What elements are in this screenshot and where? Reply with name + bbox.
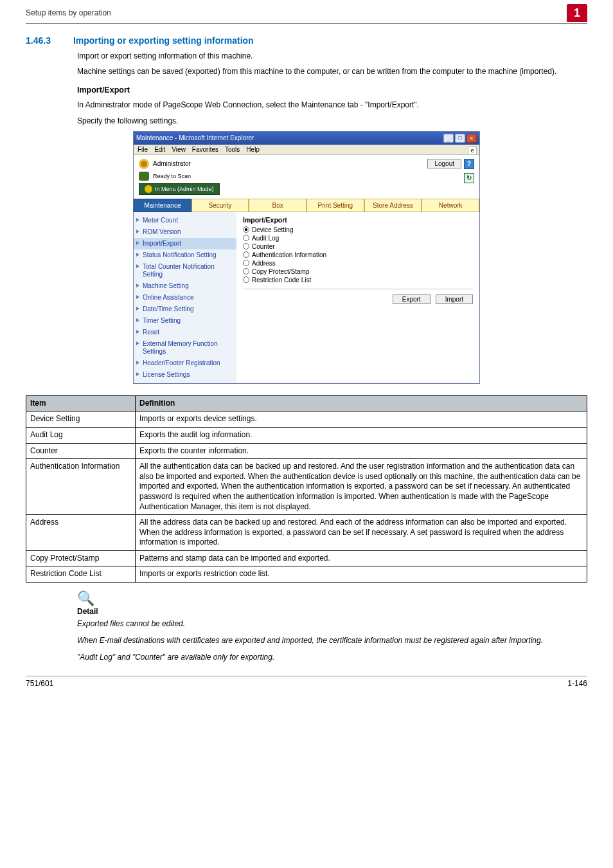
detail-block: 🔍 Detail Exported files cannot be edited… [77, 590, 587, 663]
section-badge: 1 [567, 4, 587, 22]
cell-item: Restriction Code List [26, 566, 136, 583]
sidebar-item-status-notification[interactable]: Status Notification Setting [134, 249, 236, 261]
tab-box[interactable]: Box [249, 199, 306, 212]
menu-help[interactable]: Help [246, 146, 260, 153]
intro-paragraph-2: Machine settings can be saved (exported)… [77, 66, 587, 77]
browser-window: Maintenance - Microsoft Internet Explore… [133, 131, 480, 384]
page-footer: 751/601 1-146 [26, 676, 587, 688]
export-button[interactable]: Export [393, 294, 431, 304]
radio-label: Device Setting [252, 226, 293, 233]
cell-def: Imports or exports restriction code list… [136, 566, 587, 583]
radio-icon [243, 251, 249, 258]
sidebar-item-reset[interactable]: Reset [134, 327, 236, 338]
radio-icon [243, 268, 249, 275]
radio-counter[interactable]: Counter [243, 243, 473, 250]
sidebar-item-rom-version[interactable]: ROM Version [134, 226, 236, 238]
table-row: Counter Exports the counter information. [26, 443, 587, 459]
radio-address[interactable]: Address [243, 260, 473, 267]
radio-restriction-code[interactable]: Restriction Code List [243, 276, 473, 284]
import-export-p2: Specify the following settings. [77, 116, 587, 126]
sidebar: Meter Count ROM Version Import/Export St… [134, 212, 236, 383]
cell-def: Patterns and stamp data can be imported … [136, 550, 587, 566]
tab-security[interactable]: Security [191, 199, 249, 212]
table-row: Authentication Information All the authe… [26, 459, 587, 515]
sidebar-item-external-memory[interactable]: External Memory Function Settings [134, 338, 236, 357]
sidebar-item-total-counter[interactable]: Total Counter Notification Setting [134, 261, 236, 280]
detail-note-1: Exported files cannot be edited. [77, 619, 587, 629]
definitions-table: Item Definition Device Setting Imports o… [26, 395, 587, 583]
logout-button[interactable]: Logout [427, 159, 461, 168]
footer-right: 1-146 [567, 679, 587, 688]
radio-label: Address [252, 260, 276, 267]
radio-icon [243, 226, 249, 233]
breadcrumb: Setup items by operation [26, 8, 111, 17]
table-row: Device Setting Imports or exports device… [26, 411, 587, 428]
import-export-p1: In Administrator mode of PageScope Web C… [77, 100, 587, 110]
cell-def: All the authentication data can be backe… [136, 459, 587, 515]
menu-view[interactable]: View [172, 146, 186, 153]
detail-note-3: "Audit Log" and "Counter" are available … [77, 652, 587, 662]
browser-title-text: Maintenance - Microsoft Internet Explore… [136, 134, 254, 141]
cell-def: Exports the counter information. [136, 443, 587, 459]
close-button[interactable]: × [466, 134, 477, 143]
detail-title: Detail [77, 607, 587, 616]
sidebar-item-license[interactable]: License Settings [134, 369, 236, 381]
divider [243, 289, 473, 289]
tab-store-address[interactable]: Store Address [364, 199, 422, 212]
menu-file[interactable]: File [138, 146, 148, 153]
radio-label: Counter [252, 243, 275, 250]
import-button[interactable]: Import [436, 294, 473, 304]
ready-label: Ready to Scan [153, 173, 191, 179]
th-item: Item [26, 395, 136, 411]
administrator-label: Administrator [153, 160, 191, 167]
cell-item: Address [26, 515, 136, 551]
tab-network[interactable]: Network [422, 199, 479, 212]
sidebar-item-timer[interactable]: Timer Setting [134, 315, 236, 327]
section-title-text: Importing or exporting setting informati… [73, 35, 254, 46]
tab-maintenance[interactable]: Maintenance [134, 199, 191, 212]
minimize-button[interactable]: _ [443, 134, 454, 143]
main-tabs: Maintenance Security Box Print Setting S… [134, 199, 479, 212]
menu-tools[interactable]: Tools [225, 146, 240, 153]
radio-label: Copy Protect/Stamp [252, 268, 309, 275]
footer-left: 751/601 [26, 679, 53, 688]
sidebar-item-date-time[interactable]: Date/Time Setting [134, 303, 236, 315]
intro-paragraph-1: Import or export setting information of … [77, 51, 587, 61]
cell-def: Imports or exports device settings. [136, 411, 587, 428]
radio-label: Audit Log [252, 235, 279, 242]
cell-def: Exports the audit log information. [136, 427, 587, 443]
ready-icon [139, 172, 149, 181]
sidebar-item-meter-count[interactable]: Meter Count [134, 215, 236, 226]
cell-item: Device Setting [26, 411, 136, 428]
maximize-button[interactable]: □ [455, 134, 465, 143]
sidebar-item-import-export[interactable]: Import/Export [134, 238, 236, 249]
radio-device-setting[interactable]: Device Setting [243, 226, 473, 233]
radio-audit-log[interactable]: Audit Log [243, 235, 473, 242]
radio-copy-protect-stamp[interactable]: Copy Protect/Stamp [243, 268, 473, 275]
section-heading: 1.46.3 Importing or exporting setting in… [26, 35, 587, 46]
menu-mode-label: In Menu (Admin Mode) [155, 186, 214, 192]
ie-logo-icon: e [468, 146, 477, 155]
menu-edit[interactable]: Edit [154, 146, 165, 153]
gear-icon [145, 185, 152, 193]
cell-item: Counter [26, 443, 136, 459]
sidebar-item-header-footer[interactable]: Header/Footer Registration [134, 357, 236, 369]
sidebar-item-online-assistance[interactable]: Online Assistance [134, 292, 236, 303]
refresh-icon[interactable]: ↻ [464, 173, 474, 183]
radio-icon [243, 276, 249, 283]
tab-print-setting[interactable]: Print Setting [306, 199, 364, 212]
table-row: Audit Log Exports the audit log informat… [26, 427, 587, 443]
radio-label: Authentication Information [252, 251, 326, 258]
radio-icon [243, 235, 249, 241]
browser-titlebar: Maintenance - Microsoft Internet Explore… [134, 132, 479, 145]
main-panel-title: Import/Export [243, 216, 473, 224]
table-row: Restriction Code List Imports or exports… [26, 566, 587, 583]
administrator-icon [139, 159, 149, 169]
menu-favorites[interactable]: Favorites [192, 146, 218, 153]
th-definition: Definition [136, 395, 587, 411]
cell-item: Audit Log [26, 427, 136, 443]
help-icon[interactable]: ? [464, 159, 474, 169]
sidebar-item-machine-setting[interactable]: Machine Setting [134, 280, 236, 292]
radio-auth-info[interactable]: Authentication Information [243, 251, 473, 258]
table-row: Address All the address data can be back… [26, 515, 587, 551]
